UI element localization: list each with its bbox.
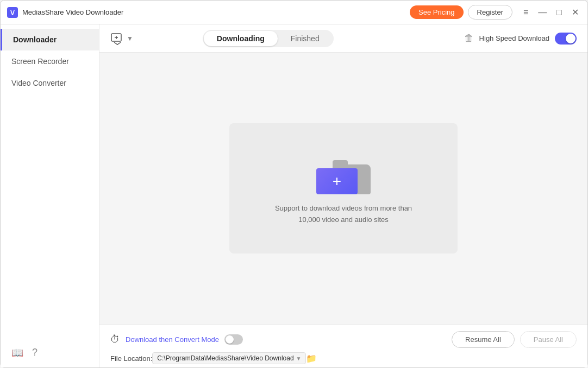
convert-mode-row: ⏱ Download then Convert Mode bbox=[110, 334, 243, 345]
convert-mode-toggle[interactable] bbox=[224, 334, 243, 345]
title-bar: V MediasShare Video Downloader See Prici… bbox=[1, 1, 587, 24]
close-button[interactable]: ✕ bbox=[570, 6, 581, 18]
book-icon[interactable]: 📖 bbox=[11, 347, 23, 359]
bottom-bar: ⏱ Download then Convert Mode Resume All … bbox=[99, 324, 587, 367]
app-body: Downloader Screen Recorder Video Convert… bbox=[1, 24, 587, 367]
sidebar-item-video-converter[interactable]: Video Converter bbox=[1, 72, 99, 94]
drop-zone-text: Support to download videos from more tha… bbox=[267, 203, 420, 226]
minimize-button[interactable]: — bbox=[536, 7, 549, 18]
add-download-button[interactable]: ▼ bbox=[110, 31, 133, 46]
pause-all-button[interactable]: Pause All bbox=[520, 331, 577, 348]
file-path-select[interactable]: C:\ProgramData\MediasShare\Video Downloa… bbox=[152, 352, 306, 364]
file-location-label: File Location: bbox=[110, 354, 152, 363]
folder-open-icon[interactable]: 📁 bbox=[306, 353, 317, 364]
title-bar-left: V MediasShare Video Downloader bbox=[7, 7, 410, 18]
main-content: ▼ Downloading Finished 🗑 High Speed Down… bbox=[99, 24, 587, 367]
delete-icon[interactable]: 🗑 bbox=[464, 33, 474, 44]
high-speed-label: High Speed Download bbox=[479, 34, 549, 42]
bottom-row-2: File Location: C:\ProgramData\MediasShar… bbox=[110, 352, 577, 364]
help-icon[interactable]: ? bbox=[32, 347, 37, 359]
sidebar-item-screen-recorder[interactable]: Screen Recorder bbox=[1, 50, 99, 72]
toggle-thumb bbox=[566, 34, 576, 43]
tab-finished[interactable]: Finished bbox=[278, 31, 333, 46]
app-window: V MediasShare Video Downloader See Prici… bbox=[0, 0, 588, 368]
app-icon: V bbox=[7, 7, 18, 18]
convert-mode-icon: ⏱ bbox=[110, 334, 120, 345]
bottom-row-1: ⏱ Download then Convert Mode Resume All … bbox=[110, 331, 577, 348]
tab-switcher: Downloading Finished bbox=[203, 30, 334, 47]
toolbar: ▼ Downloading Finished 🗑 High Speed Down… bbox=[99, 24, 587, 53]
window-controls: ≡ — □ ✕ bbox=[521, 6, 581, 18]
maximize-button[interactable]: □ bbox=[554, 7, 564, 18]
file-path-chevron: ▼ bbox=[296, 356, 302, 361]
action-buttons: Resume All Pause All bbox=[452, 331, 577, 348]
folder-plus-icon: + bbox=[333, 174, 341, 189]
sidebar-item-downloader[interactable]: Downloader bbox=[1, 29, 99, 50]
add-download-icon bbox=[110, 31, 124, 46]
convert-mode-label: Download then Convert Mode bbox=[126, 335, 219, 344]
menu-button[interactable]: ≡ bbox=[521, 7, 530, 18]
add-btn-chevron: ▼ bbox=[127, 35, 133, 42]
register-button[interactable]: Register bbox=[468, 5, 512, 20]
folder-front: + bbox=[316, 168, 358, 194]
see-pricing-button[interactable]: See Pricing bbox=[410, 5, 463, 19]
convert-mode-toggle-thumb bbox=[226, 335, 234, 344]
title-bar-right: See Pricing Register ≡ — □ ✕ bbox=[410, 5, 581, 20]
app-title: MediasShare Video Downloader bbox=[22, 8, 123, 16]
resume-all-button[interactable]: Resume All bbox=[452, 331, 515, 348]
toolbar-right: 🗑 High Speed Download bbox=[464, 33, 577, 45]
svg-text:V: V bbox=[10, 9, 15, 17]
tab-downloading[interactable]: Downloading bbox=[204, 31, 278, 46]
drop-zone[interactable]: + Support to download videos from more t… bbox=[229, 123, 458, 253]
sidebar: Downloader Screen Recorder Video Convert… bbox=[1, 24, 99, 367]
folder-icon-wrap: + bbox=[316, 151, 371, 194]
high-speed-toggle[interactable] bbox=[555, 33, 577, 45]
content-area: + Support to download videos from more t… bbox=[99, 53, 587, 324]
file-path-text: C:\ProgramData\MediasShare\Video Downloa… bbox=[157, 354, 293, 362]
sidebar-bottom: 📖 ? bbox=[1, 338, 99, 367]
